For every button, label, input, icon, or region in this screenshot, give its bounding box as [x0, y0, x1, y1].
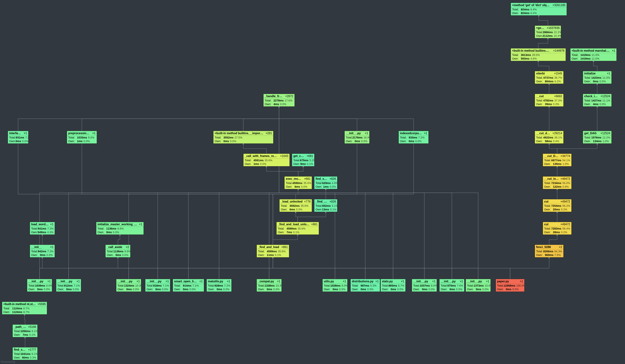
call-edge — [243, 107, 279, 131]
node-total-time: 4599ms — [286, 227, 297, 230]
node-own-pct: 6.4% — [531, 11, 537, 15]
node-own-pct: 0.0% — [429, 288, 435, 291]
profiler-node[interactable]: _find_and_load×861Total:4599ms35.6%Own:1… — [257, 245, 289, 257]
node-total-pct: 56.4% — [562, 227, 570, 230]
profiler-node[interactable]: __init__×1Total:942ms7.3%Own:0ms0.0% — [30, 245, 55, 257]
call-edge — [539, 16, 548, 26]
profiler-node[interactable]: fenci_5288×2Total:8306ms64.3%Own:969ms7.… — [535, 245, 563, 257]
node-own-time: 0ms — [361, 288, 366, 291]
profiler-node[interactable]: <built-in method builtins.max>×144978Tot… — [511, 48, 566, 61]
profiler-node[interactable]: viterbi×1545Total:4737ms36.7%Own:804ms6.… — [535, 71, 563, 84]
profiler-node[interactable]: cut×49472Total:7254ms56.2%Own:20ms0.2% — [543, 199, 571, 212]
profiler-node[interactable]: __cut×6682Total:4782ms37.0%Own:39ms0.3% — [535, 94, 563, 107]
node-call-count: ×1 — [460, 280, 463, 283]
node-total-time: 4737ms — [543, 76, 553, 80]
profiler-node[interactable]: stats.py×1Total:865ms6.7%Own:0ms0.0% — [380, 279, 406, 292]
profiler-node[interactable]: _find_spec×826Total:652ms5.1%Own:13ms0.1… — [314, 199, 337, 212]
profiler-node[interactable]: initialize_master_working_set×1Total:113… — [96, 222, 144, 235]
profiler-node[interactable]: load_word_tag×1Total:941ms7.3%Own:549ms4… — [30, 222, 55, 235]
node-call-count: ×5595 — [37, 302, 46, 306]
node-own-time: 0ms — [449, 288, 455, 291]
profiler-node[interactable]: _call_with_frames_removed×1043Total:4591… — [243, 154, 290, 166]
profiler-node[interactable]: __init__.py×1Total:2176ms16.9%Own:0ms0.0… — [344, 131, 370, 144]
node-function-name: paper.py — [497, 280, 509, 283]
profiler-node[interactable]: <built-in method builtins.__import__>×28… — [213, 131, 273, 144]
profiler-node[interactable]: smart_open_lib.py×1Total:914ms7.1%Own:0m… — [173, 279, 204, 292]
profiler-node[interactable]: cut×49472Total:7283ms56.4%Own:28ms0.2% — [543, 222, 571, 235]
profiler-node[interactable]: get_DAG×12524Total:1576ms12.2%Own:134ms1… — [583, 131, 612, 144]
profiler-node[interactable]: __init__.py×1Total:1037ms8.0%Own:0ms0.0% — [412, 279, 437, 292]
node-own-time: 11ms — [267, 253, 274, 257]
call-edge — [273, 235, 298, 245]
profiler-node[interactable]: exec_module×681Total:4590ms35.6%Own:6ms0… — [284, 176, 312, 189]
profiler-node[interactable]: get_code×681Total:675ms5.2%Own:9ms0.1% — [292, 154, 314, 166]
node-own-pct: 0.3% — [553, 102, 559, 106]
node-call-count: ×6682 — [554, 94, 562, 98]
node-own-pct: 0.0% — [361, 140, 367, 143]
profiler-node[interactable]: preprocessing.py×1Total:1033ms8.0%Own:1m… — [67, 131, 97, 144]
node-function-name: __cut_detail — [536, 132, 551, 135]
call-edge — [273, 257, 452, 279]
profiler-call-graph[interactable]: <method 'get' of 'dict' objects>×3261185… — [0, 0, 625, 364]
profiler-node[interactable]: __init__.py×1Total:912ms7.1%Own:0ms0.0% — [56, 279, 81, 292]
node-own-time: 0ms — [37, 288, 43, 291]
node-total-pct: 4.9% — [332, 181, 337, 185]
node-own-pct: 0.0% — [113, 230, 119, 234]
node-total-pct: 35.6% — [301, 204, 309, 208]
node-own-time: 0ms — [155, 288, 161, 291]
profiler-node[interactable]: <built-in method nt.stat>×5595Total:1124… — [2, 302, 47, 314]
node-total-time: 4922ms — [543, 136, 553, 139]
node-total-time: 942ms — [38, 250, 46, 253]
profiler-node[interactable]: paper.py×1Total:12908ms100.0%Own:0ms0.0% — [496, 279, 525, 292]
node-function-name: check_initialized — [584, 94, 599, 98]
profiler-node[interactable]: <genexpr>×1637836Total:2866ms22.2%Own:21… — [535, 26, 561, 38]
call-edge — [69, 257, 273, 279]
profiler-node[interactable]: utils.py×1Total:1028ms8.0%Own:0ms0.0% — [322, 279, 347, 292]
profiler-node[interactable]: _compat.py×1Total:1328ms10.3%Own:0ms0.0% — [257, 279, 282, 292]
node-call-count: ×1637836 — [547, 26, 560, 30]
profiler-node[interactable]: find_spec×1777Total:1041ms8.1%Own:40ms0.… — [12, 347, 37, 360]
profiler-node[interactable]: __cut_internal×49472Total:7234ms56.0%Own… — [543, 176, 571, 189]
profiler-node[interactable]: <built-in method marshal.load>×1Total:14… — [570, 48, 617, 61]
node-function-name: _load_unlocked — [281, 200, 303, 203]
profiler-node[interactable]: __init__.py×1Total:918ms7.1%Own:0ms0.0% — [145, 279, 170, 292]
node-total-time: 1373ms — [474, 284, 484, 287]
node-own-time: 0ms — [217, 288, 222, 291]
profiler-node[interactable]: check_initialized×12524Total:1427ms11.1%… — [583, 94, 612, 107]
node-call-count: ×1 — [365, 132, 368, 135]
node-own-pct: 0.1% — [29, 333, 35, 336]
profiler-node[interactable]: __init__.py×1Total:1324ms10.3%Own:0ms0.0… — [116, 279, 141, 292]
node-own-time: 0ms — [422, 288, 428, 291]
call-edge — [25, 314, 25, 324]
node-own-pct: 7.5% — [555, 253, 561, 257]
profiler-node[interactable]: _load_unlocked×778Total:4592ms35.6%Own:6… — [280, 199, 312, 212]
profiler-node[interactable]: _find_and_load_unlocked×861Total:4599ms3… — [276, 222, 319, 235]
profiler-node[interactable]: <method 'get' of 'dict' objects>×3261185… — [511, 3, 567, 16]
profiler-node[interactable]: _call_aside×2Total:1136ms8.8%Own:0ms0.0% — [105, 245, 130, 257]
profiler-node[interactable]: indexedcorpus.py×1Total:933ms7.2%Own:0ms… — [399, 131, 429, 144]
node-call-count: ×1 — [50, 223, 54, 226]
profiler-node[interactable]: find_spec×826Total:629ms4.9%Own:1ms0.0% — [314, 176, 337, 189]
node-function-name: load_word_tag — [31, 223, 49, 226]
call-edge — [273, 257, 510, 279]
profiler-node[interactable]: initialize×1Total:1423ms11.0%Own:0ms0.0% — [583, 71, 612, 84]
profiler-node[interactable]: __init__.py×1Total:1039ms8.0%Own:0ms0.0% — [27, 279, 52, 292]
node-call-count: ×1 — [92, 132, 95, 135]
node-total-time: 4592ms — [289, 204, 300, 208]
call-edge — [279, 107, 414, 131]
profiler-node[interactable]: _path_stat×5166Total:1050ms8.1%Own:7ms0.… — [12, 324, 37, 337]
profiler-node[interactable]: distributions.py×1Total:687ms5.3%Own:0ms… — [350, 279, 380, 292]
node-own-time: 0ms — [409, 140, 414, 143]
profiler-node[interactable]: __init__.py×1Total:1373ms10.6%Own:0ms0.0… — [466, 279, 491, 292]
node-own-pct: 16.4% — [554, 34, 561, 38]
profiler-node[interactable]: __cut_detail×29214Total:4922ms38.1%Own:5… — [535, 131, 563, 144]
profiler-node[interactable]: __cut_DAG×34774Total:6977ms54.1%Own:135m… — [543, 154, 571, 166]
profiler-node[interactable]: _handle_fromlist×2872Total:2278ms17.6%Ow… — [263, 94, 295, 107]
profiler-node[interactable]: interfaces.py×1Total:931ms7.2%Own:0ms0.0… — [8, 131, 29, 144]
node-own-time: 20ms — [553, 208, 560, 211]
profiler-node[interactable]: matutils.py×1Total:928ms7.2%Own:0ms0.0% — [207, 279, 232, 292]
node-call-count: ×49472 — [561, 200, 570, 203]
profiler-node[interactable]: __init__.py×1Total:975ms7.6%Own:0ms0.0% — [439, 279, 464, 292]
call-edge — [273, 257, 335, 279]
node-call-count: ×1 — [375, 280, 379, 283]
